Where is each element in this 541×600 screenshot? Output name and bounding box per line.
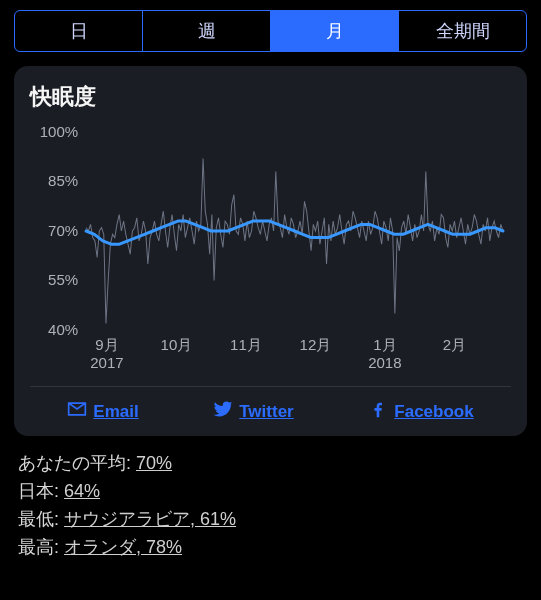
share-twitter-button[interactable]: Twitter <box>213 399 293 424</box>
share-facebook-label: Facebook <box>394 402 473 422</box>
stat-japan-value: 64% <box>64 481 100 501</box>
stat-lowest-label: 最低: <box>18 509 59 529</box>
svg-text:12月: 12月 <box>300 336 332 353</box>
sleep-quality-chart: 100%85%70%55%40%9月201710月11月12月1月20182月 <box>30 118 511 378</box>
stat-highest-value: オランダ, 78% <box>64 537 182 557</box>
stat-lowest-value: サウジアラビア, 61% <box>64 509 236 529</box>
stat-highest: 最高: オランダ, 78% <box>18 534 523 562</box>
stat-your-avg: あなたの平均: 70% <box>18 450 523 478</box>
stat-highest-label: 最高: <box>18 537 59 557</box>
stat-your-avg-value: 70% <box>136 453 172 473</box>
email-icon <box>67 399 87 424</box>
share-row: Email Twitter Facebook <box>30 386 511 424</box>
share-email-label: Email <box>93 402 138 422</box>
stat-japan: 日本: 64% <box>18 478 523 506</box>
svg-text:70%: 70% <box>48 222 78 239</box>
share-twitter-label: Twitter <box>239 402 293 422</box>
twitter-icon <box>213 399 233 424</box>
stat-lowest: 最低: サウジアラビア, 61% <box>18 506 523 534</box>
stats-block: あなたの平均: 70% 日本: 64% 最低: サウジアラビア, 61% 最高:… <box>18 450 523 562</box>
stat-japan-label: 日本: <box>18 481 59 501</box>
svg-text:1月: 1月 <box>373 336 396 353</box>
svg-text:11月: 11月 <box>230 336 262 353</box>
svg-text:85%: 85% <box>48 173 78 190</box>
sleep-quality-card: 快眠度 100%85%70%55%40%9月201710月11月12月1月201… <box>14 66 527 436</box>
svg-text:2018: 2018 <box>368 354 401 371</box>
svg-text:10月: 10月 <box>161 336 193 353</box>
svg-text:2017: 2017 <box>90 354 123 371</box>
svg-text:100%: 100% <box>40 123 78 140</box>
share-facebook-button[interactable]: Facebook <box>368 399 473 424</box>
tab-month[interactable]: 月 <box>271 11 399 51</box>
period-tabs: 日 週 月 全期間 <box>14 10 527 52</box>
svg-text:9月: 9月 <box>95 336 118 353</box>
share-email-button[interactable]: Email <box>67 399 138 424</box>
tab-week[interactable]: 週 <box>143 11 271 51</box>
stat-your-avg-label: あなたの平均: <box>18 453 131 473</box>
facebook-icon <box>368 399 388 424</box>
svg-text:40%: 40% <box>48 321 78 338</box>
svg-text:55%: 55% <box>48 272 78 289</box>
tab-all[interactable]: 全期間 <box>399 11 526 51</box>
tab-day[interactable]: 日 <box>15 11 143 51</box>
card-title: 快眠度 <box>30 82 511 112</box>
svg-text:2月: 2月 <box>443 336 466 353</box>
